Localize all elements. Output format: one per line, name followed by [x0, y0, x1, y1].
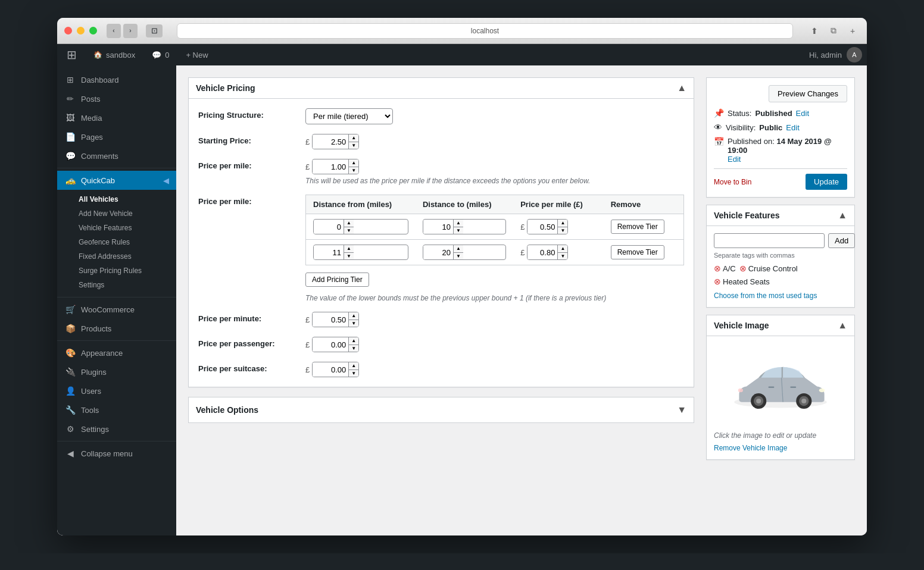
starting-price-input[interactable] [313, 135, 348, 149]
sidebar-item-woocommerce[interactable]: 🛒 WooCommerce [57, 300, 176, 319]
vehicle-pricing-header[interactable]: Vehicle Pricing ▲ [189, 78, 694, 99]
price-per-minute-input[interactable] [313, 313, 348, 327]
row1-to-down[interactable]: ▼ [454, 227, 463, 234]
share-icon[interactable]: ⬆ [807, 24, 822, 38]
sidebar-item-tools[interactable]: 🔧 Tools [57, 400, 176, 419]
maximize-button[interactable] [89, 27, 97, 35]
price-per-suitcase-input[interactable] [313, 363, 348, 377]
minimize-button[interactable] [77, 27, 85, 35]
sidebar-item-collapse[interactable]: ◀ Collapse menu [57, 444, 176, 463]
tag-remove-heated[interactable]: ⊗ [714, 277, 721, 286]
sidebar-item-vehicle-features[interactable]: Vehicle Features [57, 221, 176, 235]
col-price-per-mile: Price per mile (£) [513, 195, 604, 214]
sidebar-item-add-new-vehicle[interactable]: Add New Vehicle [57, 206, 176, 221]
row2-to-down[interactable]: ▼ [454, 252, 463, 259]
row2-from-down[interactable]: ▼ [344, 252, 354, 259]
status-edit-link[interactable]: Edit [796, 109, 809, 118]
sidebar-label-appearance: Appearance [81, 349, 123, 358]
row1-from-input[interactable] [314, 220, 344, 234]
row1-price-down[interactable]: ▼ [558, 227, 567, 234]
price-per-mile-down[interactable]: ▼ [349, 167, 358, 174]
remove-tier-button-1[interactable]: Remove Tier [611, 220, 664, 234]
duplicate-icon[interactable]: ⧉ [826, 24, 841, 38]
starting-price-down[interactable]: ▼ [349, 142, 358, 149]
row2-price-input[interactable] [527, 246, 557, 259]
vehicle-pricing-title: Vehicle Pricing [196, 83, 677, 93]
vehicle-image-header[interactable]: Vehicle Image ▲ [707, 315, 854, 336]
preview-changes-button[interactable]: Preview Changes [769, 85, 847, 102]
woocommerce-icon: 🛒 [64, 305, 76, 314]
price-per-mile-input[interactable] [313, 160, 348, 174]
row1-from-up[interactable]: ▲ [344, 220, 354, 227]
move-to-bin-link[interactable]: Move to Bin [714, 178, 751, 186]
price-per-passenger-up[interactable]: ▲ [349, 337, 358, 344]
remove-vehicle-image-link[interactable]: Remove Vehicle Image [714, 444, 787, 452]
row1-to-input[interactable] [423, 220, 453, 234]
row2-from-input[interactable] [314, 246, 344, 259]
sidebar-item-appearance[interactable]: 🎨 Appearance [57, 343, 176, 362]
sidebar-item-media[interactable]: 🖼 Media [57, 108, 176, 127]
sidebar-item-pages[interactable]: 📄 Pages [57, 127, 176, 146]
new-item[interactable]: + New [181, 44, 213, 65]
sidebar-item-plugins[interactable]: 🔌 Plugins [57, 362, 176, 381]
update-button[interactable]: Update [806, 174, 847, 190]
choose-most-used-tags-link[interactable]: Choose from the most used tags [714, 292, 817, 300]
site-name-item[interactable]: 🏠 sandbox [89, 44, 140, 65]
row2-price-down[interactable]: ▼ [558, 252, 567, 259]
row1-remove: Remove Tier [604, 214, 684, 240]
forward-button[interactable]: › [123, 24, 138, 38]
price-per-minute-down[interactable]: ▼ [349, 320, 358, 327]
price-per-suitcase-down[interactable]: ▼ [349, 369, 358, 377]
tab-button[interactable]: ⊡ [146, 24, 163, 37]
price-per-passenger-down[interactable]: ▼ [349, 344, 358, 352]
row1-from-down[interactable]: ▼ [344, 227, 354, 234]
add-tab-icon[interactable]: + [845, 24, 860, 38]
sidebar-item-geofence-rules[interactable]: Geofence Rules [57, 235, 176, 249]
pricing-structure-select[interactable]: Per mile (tiered) Per mile (flat) Per mi… [305, 108, 393, 124]
comments-item[interactable]: 💬 0 [147, 44, 174, 65]
tag-item-ac: ⊗ A/C [714, 264, 736, 273]
sidebar-item-settings[interactable]: Settings [57, 278, 176, 292]
published-edit-link[interactable]: Edit [728, 155, 741, 164]
close-button[interactable] [64, 27, 72, 35]
price-per-passenger-input[interactable] [313, 338, 348, 352]
sidebar-item-posts[interactable]: ✏ Posts [57, 89, 176, 108]
row2-to-up[interactable]: ▲ [454, 245, 463, 252]
comments-count: 0 [165, 51, 169, 59]
price-per-suitcase-up[interactable]: ▲ [349, 362, 358, 369]
tag-input[interactable] [714, 233, 825, 248]
row1-price-up[interactable]: ▲ [558, 220, 567, 227]
remove-tier-button-2[interactable]: Remove Tier [611, 245, 664, 259]
posts-icon: ✏ [64, 94, 76, 104]
sidebar-item-settings[interactable]: ⚙ Settings [57, 419, 176, 439]
price-per-minute-up[interactable]: ▲ [349, 312, 358, 320]
price-per-mile-up[interactable]: ▲ [349, 159, 358, 167]
price-per-mile-note: This will be used as the price per mile … [305, 177, 590, 185]
row1-price-input[interactable] [527, 220, 557, 234]
row2-price-up[interactable]: ▲ [558, 245, 567, 252]
tag-remove-cruise[interactable]: ⊗ [739, 264, 747, 273]
vehicle-features-header[interactable]: Vehicle Features ▲ [707, 205, 854, 226]
sidebar-item-products[interactable]: 📦 Products [57, 319, 176, 338]
tag-remove-ac[interactable]: ⊗ [714, 264, 721, 273]
row2-from-up[interactable]: ▲ [344, 245, 354, 252]
tag-label-ac: A/C [723, 264, 736, 273]
sidebar-item-surge-pricing[interactable]: Surge Pricing Rules [57, 264, 176, 278]
row1-to-up[interactable]: ▲ [454, 220, 463, 227]
visibility-edit-link[interactable]: Edit [786, 123, 799, 132]
sidebar-item-fixed-addresses[interactable]: Fixed Addresses [57, 249, 176, 264]
vehicle-image-placeholder[interactable] [714, 343, 847, 427]
sidebar-item-comments[interactable]: 💬 Comments [57, 146, 176, 165]
address-bar[interactable]: localhost [177, 23, 793, 39]
sidebar-item-all-vehicles[interactable]: All Vehicles [57, 192, 176, 206]
wp-content-area: Vehicle Pricing ▲ Pricing Structure: Per… [176, 65, 867, 535]
back-button[interactable]: ‹ [107, 24, 121, 38]
sidebar-item-quickcab[interactable]: 🚕 QuickCab ◀ [57, 171, 176, 190]
row2-to-input[interactable] [423, 246, 453, 259]
add-pricing-tier-button[interactable]: Add Pricing Tier [305, 273, 369, 287]
tag-add-button[interactable]: Add [828, 233, 855, 248]
starting-price-up[interactable]: ▲ [349, 134, 358, 142]
sidebar-item-users[interactable]: 👤 Users [57, 381, 176, 400]
sidebar-item-dashboard[interactable]: ⊞ Dashboard [57, 70, 176, 89]
wp-logo-item[interactable]: ⊞ [62, 44, 82, 65]
